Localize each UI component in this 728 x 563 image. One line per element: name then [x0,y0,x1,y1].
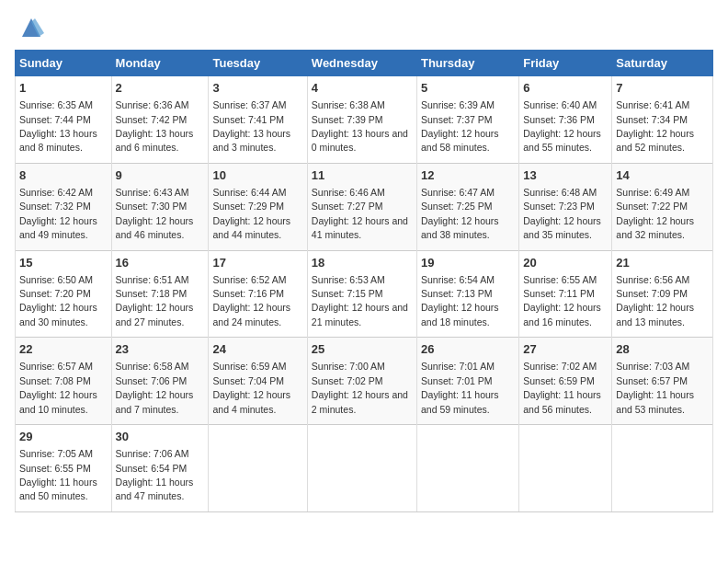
header-row: SundayMondayTuesdayWednesdayThursdayFrid… [16,51,713,76]
sunset-info: Sunset: 7:32 PM [19,201,91,212]
day-cell: 6Sunrise: 6:40 AMSunset: 7:36 PMDaylight… [519,76,612,164]
day-number: 27 [523,341,608,358]
col-header-saturday: Saturday [612,51,713,76]
day-number: 9 [116,167,205,184]
sunrise-info: Sunrise: 6:59 AM [212,361,286,372]
day-cell: 30Sunrise: 7:06 AMSunset: 6:54 PMDayligh… [111,425,209,512]
sunrise-info: Sunrise: 6:43 AM [116,187,189,198]
day-cell: 11Sunrise: 6:46 AMSunset: 7:27 PMDayligh… [307,163,416,250]
sunset-info: Sunset: 7:18 PM [116,288,188,299]
week-row-3: 15Sunrise: 6:50 AMSunset: 7:20 PMDayligh… [16,250,713,338]
day-number: 15 [19,255,108,271]
col-header-thursday: Thursday [416,51,518,76]
day-cell: 2Sunrise: 6:36 AMSunset: 7:42 PMDaylight… [111,76,209,164]
sunrise-info: Sunrise: 6:49 AM [616,187,689,198]
day-number: 26 [421,341,515,358]
sunrise-info: Sunrise: 6:47 AM [421,187,495,198]
daylight-info: Daylight: 12 hours and 18 minutes. [421,302,499,327]
day-number: 14 [616,167,709,184]
daylight-info: Daylight: 12 hours and 4 minutes. [212,389,290,414]
sunset-info: Sunset: 7:27 PM [312,201,383,212]
day-number: 4 [312,80,413,97]
sunrise-info: Sunrise: 6:46 AM [312,187,385,198]
day-cell: 13Sunrise: 6:48 AMSunset: 7:23 PMDayligh… [519,163,612,250]
day-number: 25 [312,341,413,358]
sunrise-info: Sunrise: 7:03 AM [616,361,689,372]
day-number: 16 [116,255,205,271]
sunrise-info: Sunrise: 7:06 AM [116,448,189,459]
page-header [15,15,713,40]
daylight-info: Daylight: 12 hours and 10 minutes. [19,389,97,414]
col-header-wednesday: Wednesday [307,51,416,76]
day-cell: 29Sunrise: 7:05 AMSunset: 6:55 PMDayligh… [16,425,112,512]
sunset-info: Sunset: 7:22 PM [616,201,688,212]
col-header-tuesday: Tuesday [209,51,307,76]
sunrise-info: Sunrise: 6:56 AM [616,274,689,285]
sunset-info: Sunset: 7:36 PM [523,114,595,125]
sunrise-info: Sunrise: 6:57 AM [19,361,93,372]
day-number: 11 [312,167,413,184]
day-cell: 15Sunrise: 6:50 AMSunset: 7:20 PMDayligh… [16,250,112,338]
day-cell: 4Sunrise: 6:38 AMSunset: 7:39 PMDaylight… [307,76,416,164]
day-cell [519,425,612,512]
day-cell: 25Sunrise: 7:00 AMSunset: 7:02 PMDayligh… [307,338,416,425]
sunrise-info: Sunrise: 6:39 AM [421,99,495,110]
daylight-info: Daylight: 13 hours and 0 minutes. [312,128,408,153]
sunset-info: Sunset: 7:37 PM [421,114,493,125]
day-cell: 27Sunrise: 7:02 AMSunset: 6:59 PMDayligh… [519,338,612,425]
sunset-info: Sunset: 7:42 PM [116,114,188,125]
daylight-info: Daylight: 12 hours and 32 minutes. [616,215,694,240]
sunrise-info: Sunrise: 6:51 AM [116,274,189,285]
daylight-info: Daylight: 12 hours and 30 minutes. [19,302,97,327]
day-cell: 8Sunrise: 6:42 AMSunset: 7:32 PMDaylight… [16,163,112,250]
daylight-info: Daylight: 11 hours and 47 minutes. [116,477,194,501]
day-cell: 16Sunrise: 6:51 AMSunset: 7:18 PMDayligh… [111,250,209,338]
sunrise-info: Sunrise: 6:53 AM [312,274,385,285]
day-cell: 14Sunrise: 6:49 AMSunset: 7:22 PMDayligh… [612,163,713,250]
day-number: 29 [19,429,108,445]
sunset-info: Sunset: 7:13 PM [421,288,493,299]
day-number: 5 [421,80,515,97]
week-row-5: 29Sunrise: 7:05 AMSunset: 6:55 PMDayligh… [16,425,713,512]
week-row-4: 22Sunrise: 6:57 AMSunset: 7:08 PMDayligh… [16,338,713,425]
day-cell: 9Sunrise: 6:43 AMSunset: 7:30 PMDaylight… [111,163,209,250]
daylight-info: Daylight: 11 hours and 53 minutes. [616,389,694,414]
day-cell: 24Sunrise: 6:59 AMSunset: 7:04 PMDayligh… [209,338,307,425]
daylight-info: Daylight: 12 hours and 21 minutes. [312,302,408,327]
day-number: 23 [116,341,205,358]
sunrise-info: Sunrise: 6:36 AM [116,99,189,110]
daylight-info: Daylight: 11 hours and 56 minutes. [523,389,601,414]
day-number: 12 [421,167,515,184]
logo [15,15,44,40]
day-cell: 22Sunrise: 6:57 AMSunset: 7:08 PMDayligh… [16,338,112,425]
daylight-info: Daylight: 12 hours and 58 minutes. [421,128,499,153]
daylight-info: Daylight: 12 hours and 38 minutes. [421,215,499,240]
day-cell: 18Sunrise: 6:53 AMSunset: 7:15 PMDayligh… [307,250,416,338]
sunrise-info: Sunrise: 6:38 AM [312,99,385,110]
sunrise-info: Sunrise: 6:52 AM [212,274,286,285]
logo-icon [18,15,44,40]
day-cell: 21Sunrise: 6:56 AMSunset: 7:09 PMDayligh… [612,250,713,338]
day-cell: 12Sunrise: 6:47 AMSunset: 7:25 PMDayligh… [416,163,518,250]
day-cell: 28Sunrise: 7:03 AMSunset: 6:57 PMDayligh… [612,338,713,425]
sunrise-info: Sunrise: 6:58 AM [116,361,189,372]
sunset-info: Sunset: 7:23 PM [523,201,595,212]
sunrise-info: Sunrise: 6:44 AM [212,187,286,198]
sunset-info: Sunset: 7:01 PM [421,375,493,386]
day-cell [307,425,416,512]
day-number: 18 [312,255,413,271]
daylight-info: Daylight: 11 hours and 50 minutes. [19,477,97,501]
day-cell: 26Sunrise: 7:01 AMSunset: 7:01 PMDayligh… [416,338,518,425]
sunrise-info: Sunrise: 6:48 AM [523,187,597,198]
week-row-2: 8Sunrise: 6:42 AMSunset: 7:32 PMDaylight… [16,163,713,250]
sunset-info: Sunset: 7:15 PM [312,288,383,299]
sunrise-info: Sunrise: 6:37 AM [212,99,286,110]
day-number: 28 [616,341,709,358]
sunset-info: Sunset: 6:55 PM [19,463,91,474]
daylight-info: Daylight: 12 hours and 52 minutes. [616,128,694,153]
day-number: 21 [616,255,709,271]
daylight-info: Daylight: 12 hours and 44 minutes. [212,215,290,240]
col-header-friday: Friday [519,51,612,76]
daylight-info: Daylight: 12 hours and 13 minutes. [616,302,694,327]
sunset-info: Sunset: 7:08 PM [19,375,91,386]
